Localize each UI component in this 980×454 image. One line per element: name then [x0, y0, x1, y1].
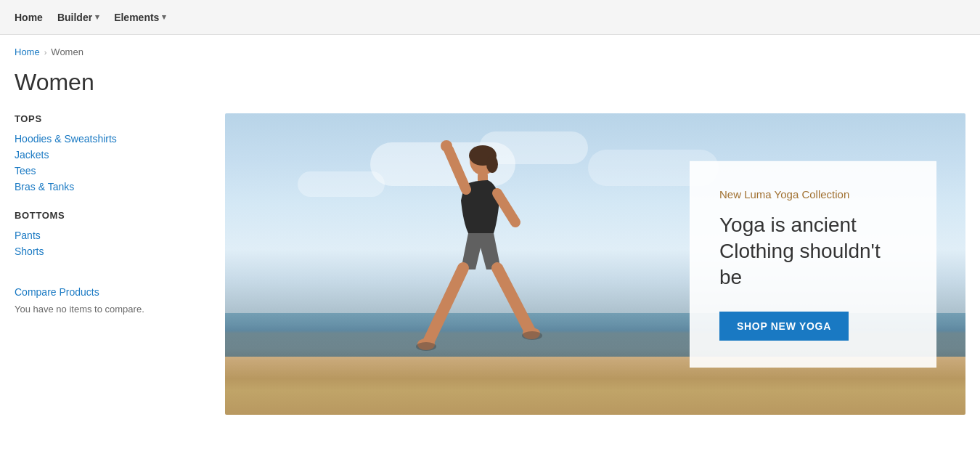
hero-title: Yoga is ancient Clothing shouldn't be [719, 211, 907, 291]
svg-line-4 [449, 150, 466, 190]
hero-subtitle: New Luma Yoga Collection [719, 187, 907, 200]
list-item: Tees [15, 165, 203, 177]
list-item: Shorts [15, 246, 203, 257]
breadcrumb: Home › Women [15, 35, 965, 63]
sidebar-item-hoodies[interactable]: Hoodies & Sweatshirts [15, 133, 117, 145]
breadcrumb-home-link[interactable]: Home [15, 46, 40, 57]
top-navigation: Home Builder ▾ Elements ▾ [0, 0, 980, 35]
shop-new-yoga-button[interactable]: Shop New Yoga [719, 312, 849, 341]
breadcrumb-current: Women [51, 46, 83, 57]
svg-line-7 [428, 268, 463, 342]
svg-point-12 [522, 331, 542, 340]
sidebar-item-shorts[interactable]: Shorts [15, 246, 44, 257]
svg-line-9 [497, 268, 530, 331]
list-item: Hoodies & Sweatshirts [15, 133, 203, 145]
list-item: Pants [15, 230, 203, 241]
hero-title-line1: Yoga is ancient [719, 213, 857, 235]
chevron-down-icon: ▾ [95, 12, 99, 22]
sidebar-section-bottoms: BOTTOMS Pants Shorts [15, 210, 203, 257]
nav-builder[interactable]: Builder ▾ [57, 12, 99, 23]
sidebar-bottoms-links: Pants Shorts [15, 230, 203, 257]
main-layout: TOPS Hoodies & Sweatshirts Jackets Tees … [15, 113, 965, 415]
svg-line-6 [497, 193, 515, 222]
nav-home[interactable]: Home [15, 12, 43, 23]
svg-point-5 [441, 140, 452, 152]
sidebar-item-bras[interactable]: Bras & Tanks [15, 181, 74, 192]
nav-elements-label: Elements [114, 12, 159, 23]
content-area: New Luma Yoga Collection Yoga is ancient… [225, 113, 965, 415]
sidebar-item-jackets[interactable]: Jackets [15, 149, 49, 161]
sidebar-tops-links: Hoodies & Sweatshirts Jackets Tees Bras … [15, 133, 203, 192]
sidebar-compare-section: Compare Products You have no items to co… [15, 275, 203, 315]
compare-products-link[interactable]: Compare Products [15, 286, 203, 298]
svg-point-11 [416, 342, 436, 351]
page-title: Women [15, 69, 965, 96]
nav-builder-label: Builder [57, 12, 92, 23]
compare-products-empty-text: You have no items to compare. [15, 304, 203, 315]
svg-point-2 [486, 155, 498, 173]
list-item: Jackets [15, 149, 203, 161]
hero-title-line2: Clothing shouldn't be [719, 240, 881, 288]
sidebar-item-pants[interactable]: Pants [15, 230, 41, 241]
sidebar-item-tees[interactable]: Tees [15, 165, 36, 177]
page-container: Home › Women Women TOPS Hoodies & Sweats… [0, 35, 980, 415]
hero-banner: New Luma Yoga Collection Yoga is ancient… [225, 113, 965, 415]
chevron-down-icon: ▾ [162, 12, 166, 22]
sidebar-section-bottoms-title: BOTTOMS [15, 210, 203, 221]
sidebar: TOPS Hoodies & Sweatshirts Jackets Tees … [15, 113, 203, 315]
nav-elements[interactable]: Elements ▾ [114, 12, 166, 23]
sidebar-section-tops: TOPS Hoodies & Sweatshirts Jackets Tees … [15, 113, 203, 192]
breadcrumb-separator: › [44, 48, 47, 57]
list-item: Bras & Tanks [15, 181, 203, 192]
hero-info-box: New Luma Yoga Collection Yoga is ancient… [690, 161, 936, 367]
yoga-figure [341, 128, 544, 360]
sidebar-section-tops-title: TOPS [15, 113, 203, 124]
